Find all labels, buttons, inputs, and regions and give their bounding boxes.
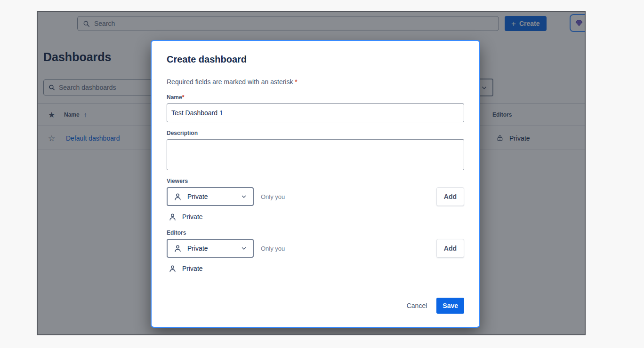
save-button[interactable]: Save <box>436 298 464 314</box>
person-icon <box>173 244 182 253</box>
name-input[interactable] <box>167 103 464 122</box>
viewers-hint: Only you <box>261 193 285 200</box>
chevron-down-icon <box>241 245 247 252</box>
viewers-item-label: Private <box>182 213 203 221</box>
editors-label: Editors <box>167 229 464 236</box>
person-icon <box>173 192 182 201</box>
editors-add-button[interactable]: Add <box>436 239 464 258</box>
viewers-select[interactable]: Private <box>167 187 254 206</box>
viewers-label: Viewers <box>167 178 464 184</box>
editors-list-item: Private <box>167 263 464 274</box>
viewers-field: Viewers Private <box>167 178 464 222</box>
viewers-list-item: Private <box>167 212 464 222</box>
create-dashboard-modal: Create dashboard Required fields are mar… <box>151 40 480 328</box>
person-icon <box>168 213 177 221</box>
description-label: Description <box>167 130 464 136</box>
modal-title: Create dashboard <box>167 54 464 65</box>
editors-select[interactable]: Private <box>167 239 254 258</box>
name-field: Name* <box>167 94 464 122</box>
editors-hint: Only you <box>261 245 285 252</box>
viewers-select-value: Private <box>187 193 235 200</box>
editors-select-value: Private <box>187 245 235 252</box>
viewers-add-button[interactable]: Add <box>436 187 464 206</box>
screenshot-stage: + Create Dashboards <box>0 0 644 348</box>
name-label: Name* <box>167 94 464 101</box>
description-field: Description <box>167 130 464 170</box>
person-icon <box>168 264 177 273</box>
editors-item-label: Private <box>182 265 203 272</box>
description-input[interactable] <box>167 139 464 170</box>
required-asterisk: * <box>295 78 297 86</box>
chevron-down-icon <box>241 193 247 200</box>
required-asterisk: * <box>182 94 185 101</box>
editors-field: Editors Private <box>167 229 464 274</box>
modal-footer: Cancel Save <box>167 298 464 314</box>
required-fields-note: Required fields are marked with an aster… <box>167 78 464 86</box>
app-window: + Create Dashboards <box>37 11 586 335</box>
cancel-button[interactable]: Cancel <box>401 298 433 313</box>
